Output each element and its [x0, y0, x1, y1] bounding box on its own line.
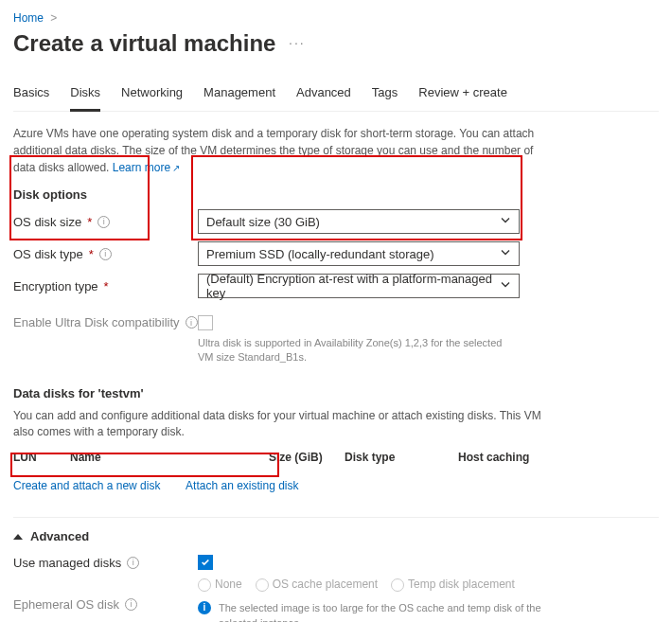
chevron-up-icon	[13, 534, 23, 540]
page-title: Create a virtual machine	[13, 30, 275, 57]
ultra-disk-hint: Ultra disk is supported in Availability …	[198, 336, 520, 365]
learn-more-link[interactable]: Learn more↗	[113, 161, 180, 174]
more-icon[interactable]: ···	[289, 35, 306, 50]
breadcrumb-sep: >	[50, 11, 57, 25]
advanced-toggle[interactable]: Advanced	[13, 517, 659, 543]
chevron-down-icon	[500, 247, 511, 261]
ephemeral-none-radio[interactable]: None	[198, 578, 242, 592]
info-icon[interactable]: i	[99, 248, 112, 260]
data-disks-table-header: LUN Name Size (GiB) Disk type Host cachi…	[13, 445, 659, 470]
disk-options-title: Disk options	[13, 187, 659, 202]
data-disks-title: Data disks for 'testvm'	[13, 386, 659, 400]
os-disk-size-label: OS disk size* i	[13, 215, 198, 229]
attach-disk-link[interactable]: Attach an existing disk	[186, 479, 298, 492]
tab-basics[interactable]: Basics	[13, 80, 49, 111]
breadcrumb-home[interactable]: Home	[13, 11, 44, 25]
intro-text: Azure VMs have one operating system disk…	[13, 125, 543, 176]
ephemeral-cache-radio[interactable]: OS cache placement	[256, 578, 378, 592]
info-icon[interactable]: i	[186, 316, 198, 329]
tab-disks[interactable]: Disks	[70, 80, 100, 112]
use-managed-disks-checkbox[interactable]	[198, 555, 213, 570]
ephemeral-info-note: i The selected image is too large for th…	[198, 601, 548, 622]
ultra-disk-label: Enable Ultra Disk compatibility i	[13, 315, 198, 329]
encryption-type-dropdown[interactable]: (Default) Encryption at-rest with a plat…	[198, 274, 520, 298]
external-link-icon: ↗	[172, 163, 180, 173]
os-disk-size-dropdown[interactable]: Default size (30 GiB)	[198, 209, 520, 234]
ultra-disk-checkbox[interactable]	[198, 315, 213, 330]
chevron-down-icon	[500, 215, 511, 229]
create-disk-link[interactable]: Create and attach a new disk	[13, 479, 160, 492]
data-disks-desc: You can add and configure additional dat…	[13, 408, 543, 440]
info-icon[interactable]: i	[127, 557, 139, 569]
info-blue-icon: i	[198, 601, 211, 614]
encryption-type-label: Encryption type*	[13, 279, 198, 293]
tab-review[interactable]: Review + create	[418, 80, 507, 111]
tab-management[interactable]: Management	[203, 80, 275, 111]
ephemeral-radio-group: None OS cache placement Temp disk placem…	[198, 578, 659, 592]
tab-tags[interactable]: Tags	[372, 80, 398, 111]
chevron-down-icon	[500, 279, 511, 293]
ephemeral-os-disk-label: Ephemeral OS disk i	[13, 597, 198, 612]
ephemeral-temp-radio[interactable]: Temp disk placement	[391, 578, 515, 592]
tab-networking[interactable]: Networking	[121, 80, 183, 111]
info-icon[interactable]: i	[125, 598, 137, 611]
tab-advanced[interactable]: Advanced	[296, 80, 351, 111]
os-disk-type-dropdown[interactable]: Premium SSD (locally-redundant storage)	[198, 241, 520, 266]
tabs: Basics Disks Networking Management Advan…	[13, 80, 659, 112]
use-managed-disks-label: Use managed disks i	[13, 556, 198, 570]
info-icon[interactable]: i	[97, 216, 110, 228]
os-disk-type-label: OS disk type* i	[13, 247, 198, 261]
